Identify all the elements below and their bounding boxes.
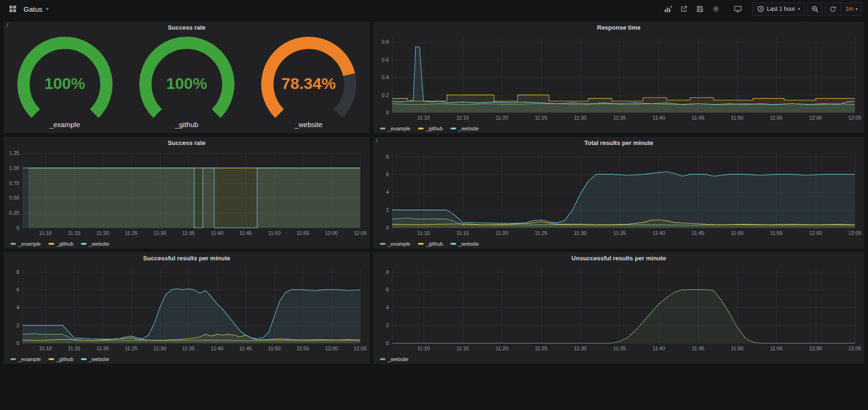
svg-text:0.2: 0.2 xyxy=(382,92,389,98)
svg-text:11:40: 11:40 xyxy=(211,230,224,236)
response-time-chart[interactable]: 00.20.40.60.811:1011:1511:2011:2511:3011… xyxy=(375,34,862,122)
panel-unsuccessful-results: Unsuccessful results per minute 0246811:… xyxy=(373,252,864,364)
legend-marker xyxy=(10,243,16,245)
unsuccessful-results-chart[interactable]: 0246811:1011:1511:2011:2511:3011:3511:40… xyxy=(375,265,862,353)
svg-text:2: 2 xyxy=(386,207,389,213)
panel-title[interactable]: Unsuccessful results per minute xyxy=(373,252,864,265)
legend-item-website[interactable]: _website xyxy=(380,356,408,362)
svg-text:4: 4 xyxy=(386,189,389,195)
panel-title[interactable]: Successful results per minute xyxy=(4,252,370,265)
svg-text:2: 2 xyxy=(16,322,19,328)
chart-canvas[interactable]: 00.20.40.60.811:1011:1511:2011:2511:3011… xyxy=(375,34,862,122)
legend-item-github[interactable]: _github xyxy=(48,356,73,362)
gauges-row: 100% _example 100% _github 78.34% _websi… xyxy=(4,34,370,130)
svg-text:11:40: 11:40 xyxy=(652,346,665,351)
gauge-label: _github xyxy=(175,121,198,129)
refresh-interval-dropdown[interactable]: 1m ▾ xyxy=(841,3,862,16)
time-range-picker[interactable]: Last 1 hour ▾ xyxy=(752,2,805,16)
svg-text:11:35: 11:35 xyxy=(182,346,195,351)
svg-text:11:35: 11:35 xyxy=(182,230,195,236)
chart-canvas[interactable]: 0246811:1011:1511:2011:2511:3011:3511:40… xyxy=(375,149,862,237)
svg-text:11:55: 11:55 xyxy=(770,115,783,121)
panel-success-rate-timeseries: Success rate 00.250.500.751.001.2511:101… xyxy=(4,137,370,249)
chart-legend: _website xyxy=(380,356,408,362)
svg-text:11:40: 11:40 xyxy=(652,115,665,121)
top-navbar: Gatus ▾ Last 1 hour ▾ xyxy=(0,0,868,18)
legend-item-website[interactable]: _website xyxy=(450,126,479,131)
dashboard-title-caret-icon[interactable]: ▾ xyxy=(46,7,48,11)
svg-text:11:35: 11:35 xyxy=(613,346,626,351)
zoom-out-button[interactable] xyxy=(807,2,823,16)
y-axis-labels: 02468 xyxy=(386,269,389,346)
legend-item-example[interactable]: _example xyxy=(10,356,41,362)
svg-text:0: 0 xyxy=(16,225,19,231)
chart-canvas[interactable]: 0246811:1011:1511:2011:2511:3011:3511:40… xyxy=(6,265,368,353)
panel-info-icon[interactable]: i xyxy=(376,137,378,144)
legend-item-example[interactable]: _example xyxy=(10,241,41,247)
svg-text:0.25: 0.25 xyxy=(9,210,19,216)
settings-button[interactable] xyxy=(709,3,723,15)
panel-info-icon[interactable]: i xyxy=(6,22,8,28)
x-axis-labels: 11:1011:1511:2011:2511:3011:3511:4011:45… xyxy=(39,346,367,351)
legend-item-website[interactable]: _website xyxy=(81,356,109,362)
dashboard-title[interactable]: Gatus xyxy=(24,5,42,13)
refresh-interval-label: 1m xyxy=(845,6,853,12)
gauge-label: _website xyxy=(295,121,322,129)
chart-canvas[interactable]: 00.250.500.751.001.2511:1011:1511:2011:2… xyxy=(6,149,368,237)
svg-text:11:25: 11:25 xyxy=(125,230,138,236)
svg-text:11:20: 11:20 xyxy=(496,230,508,236)
chart-canvas[interactable]: 0246811:1011:1511:2011:2511:3011:3511:40… xyxy=(375,265,862,353)
series-_website xyxy=(392,289,855,343)
svg-text:11:25: 11:25 xyxy=(535,346,547,351)
svg-text:11:45: 11:45 xyxy=(691,230,704,236)
legend-item-example[interactable]: _example xyxy=(380,126,410,131)
chart-legend: _example_github_website xyxy=(380,126,479,131)
svg-text:11:10: 11:10 xyxy=(417,346,430,351)
x-axis-labels: 11:1011:1511:2011:2511:3011:3511:4011:45… xyxy=(417,115,861,121)
successful-results-chart[interactable]: 0246811:1011:1511:2011:2511:3011:3511:40… xyxy=(6,265,368,353)
svg-text:11:55: 11:55 xyxy=(770,230,783,236)
panel-title[interactable]: Success rate xyxy=(4,22,370,34)
panel-title[interactable]: Success rate xyxy=(4,137,370,149)
svg-text:12:05: 12:05 xyxy=(848,346,861,351)
svg-text:11:50: 11:50 xyxy=(731,230,744,236)
legend-item-example[interactable]: _example xyxy=(380,241,410,247)
add-panel-button[interactable] xyxy=(661,3,675,15)
svg-text:6: 6 xyxy=(386,287,389,292)
refresh-interval-caret-icon: ▾ xyxy=(855,7,858,11)
time-range-label: Last 1 hour xyxy=(767,6,795,12)
svg-text:11:45: 11:45 xyxy=(240,230,252,236)
legend-label: _website xyxy=(89,241,109,247)
refresh-button[interactable] xyxy=(825,3,841,16)
svg-text:11:15: 11:15 xyxy=(457,230,469,236)
svg-text:11:10: 11:10 xyxy=(39,346,52,351)
legend-label: _github xyxy=(56,241,73,247)
legend-item-github[interactable]: _github xyxy=(418,126,443,131)
legend-item-website[interactable]: _website xyxy=(450,241,479,247)
svg-text:11:50: 11:50 xyxy=(731,115,744,121)
svg-text:11:20: 11:20 xyxy=(96,230,109,236)
svg-text:0.50: 0.50 xyxy=(9,195,19,201)
legend-item-website[interactable]: _website xyxy=(81,241,109,247)
svg-text:2: 2 xyxy=(386,322,389,328)
svg-text:11:45: 11:45 xyxy=(240,346,252,351)
legend-item-github[interactable]: _github xyxy=(48,241,73,247)
svg-text:8: 8 xyxy=(386,269,389,275)
svg-text:1.00: 1.00 xyxy=(9,165,19,171)
svg-text:11:35: 11:35 xyxy=(613,115,626,121)
gauge-example: 100% _example xyxy=(16,36,113,129)
panel-successful-results: Successful results per minute 0246811:10… xyxy=(4,252,370,364)
share-button[interactable] xyxy=(677,3,691,15)
dashboard-grid-container: i Success rate 100% _example 100% _githu… xyxy=(0,18,868,368)
dashboard-grid-icon[interactable] xyxy=(6,3,20,15)
svg-text:11:45: 11:45 xyxy=(691,115,704,121)
panel-title[interactable]: Total results per minute xyxy=(373,137,864,149)
save-button[interactable] xyxy=(693,3,707,15)
total-results-chart[interactable]: 0246811:1011:1511:2011:2511:3011:3511:40… xyxy=(375,149,862,237)
success-rate-chart[interactable]: 00.250.500.751.001.2511:1011:1511:2011:2… xyxy=(6,149,368,237)
legend-item-github[interactable]: _github xyxy=(418,241,443,247)
panel-title[interactable]: Response time xyxy=(373,22,864,34)
svg-text:11:30: 11:30 xyxy=(574,230,587,236)
tv-mode-button[interactable] xyxy=(731,3,745,15)
svg-text:11:20: 11:20 xyxy=(496,115,508,121)
